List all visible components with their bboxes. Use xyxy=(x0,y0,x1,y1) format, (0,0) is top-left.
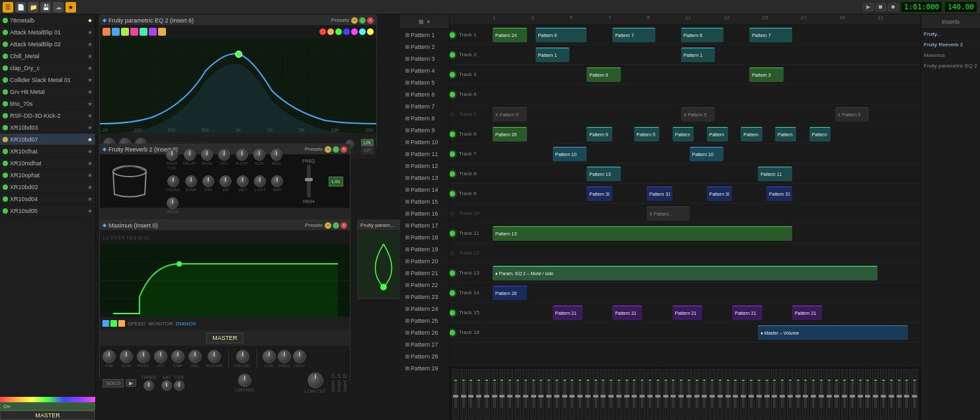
track-8-block-1[interactable]: Pattern 13 xyxy=(587,167,621,181)
mixer-channel-56[interactable] xyxy=(888,369,895,419)
channel-item-16[interactable]: XR10sd05★ xyxy=(0,205,95,217)
maximus-low-knob[interactable] xyxy=(263,350,276,363)
channel-item-2[interactable]: Attack MetalBlip 02★ xyxy=(0,38,95,50)
mixer-channel-1[interactable] xyxy=(460,369,467,419)
pattern-item-14[interactable]: Pattern 15 xyxy=(400,196,449,208)
channel-item-6[interactable]: Grv Hit Metal★ xyxy=(0,86,95,98)
mixer-fader-52[interactable] xyxy=(859,382,862,408)
toolbar-icon-star[interactable]: ★ xyxy=(65,2,76,13)
reverb-damp-knob[interactable] xyxy=(185,175,197,187)
mixer-channel-41[interactable] xyxy=(771,369,778,419)
track-1-block-1[interactable]: Pattern 24 xyxy=(493,28,527,42)
reverb-diff-knob[interactable] xyxy=(271,175,283,187)
channel-star-15[interactable]: ★ xyxy=(87,196,93,202)
channel-item-10[interactable]: XR10bd07★ xyxy=(0,134,95,146)
track-16-content[interactable]: ♦ Master – Volume xyxy=(493,323,920,342)
track-16-led[interactable] xyxy=(450,330,455,335)
mixer-channel-54[interactable] xyxy=(872,369,879,419)
mixer-channel-6[interactable] xyxy=(499,369,506,419)
pattern-item-6[interactable]: Pattern 7 xyxy=(400,101,449,112)
eq-band-6[interactable] xyxy=(149,28,157,36)
track-15-block-3[interactable]: Pattern 21 xyxy=(673,306,702,320)
maximus-lowcut-knob[interactable] xyxy=(307,372,323,388)
mixer-fader-9[interactable] xyxy=(524,382,527,408)
maximus-gain-knob[interactable] xyxy=(120,350,133,363)
mixer-fader-53[interactable] xyxy=(866,382,869,408)
mixer-channel-45[interactable] xyxy=(802,369,809,419)
channel-item-12[interactable]: XR10mdhat★ xyxy=(0,157,95,169)
pattern-item-16[interactable]: Pattern 17 xyxy=(400,220,449,231)
track-9-content[interactable]: Pattern 30 Pattern 31 Pattern 30 Pattern… xyxy=(493,184,920,203)
track-3-block-2[interactable]: Pattern 3 xyxy=(749,67,784,82)
reverb-freq-fader[interactable] xyxy=(307,165,311,198)
pattern-item-12[interactable]: Pattern 13 xyxy=(400,172,449,184)
track-1-block-2[interactable]: Pattern 6 xyxy=(536,28,587,42)
mixer-channel-26[interactable] xyxy=(655,369,661,419)
mixer-channel-50[interactable] xyxy=(841,369,848,419)
track-8-block-2[interactable]: Pattern 11 xyxy=(758,167,792,181)
mixer-fader-3[interactable] xyxy=(477,382,480,408)
eq-lin-btn[interactable]: LIN xyxy=(361,139,374,146)
mixer-fader-55[interactable] xyxy=(882,382,885,408)
eq-sip-btn[interactable]: SIP xyxy=(361,147,374,154)
mixer-channel-36[interactable] xyxy=(733,369,739,419)
mixer-channel-46[interactable] xyxy=(810,369,817,419)
mixer-channel-23[interactable] xyxy=(632,369,638,419)
mixer-fader-22[interactable] xyxy=(626,382,628,408)
mixer-channel-16[interactable] xyxy=(577,369,583,419)
pattern-item-10[interactable]: Pattern 11 xyxy=(400,148,449,160)
track-15-block-1[interactable]: Pattern 21 xyxy=(553,306,583,320)
mixer-channel-5[interactable] xyxy=(491,369,498,419)
channel-star-7[interactable]: ★ xyxy=(87,101,93,107)
maximus-band-mid[interactable] xyxy=(110,320,117,327)
track-14-block-1[interactable]: Pattern 28 xyxy=(493,286,527,300)
maximus-play-btn[interactable]: ▶ xyxy=(126,379,136,387)
track-3-block-1[interactable]: Pattern 9 xyxy=(587,67,621,82)
mixer-fader-54[interactable] xyxy=(874,382,877,408)
pattern-item-1[interactable]: Pattern 2 xyxy=(400,41,449,53)
mixer-fader-32[interactable] xyxy=(703,382,706,408)
channel-star-13[interactable]: ★ xyxy=(87,172,93,179)
eq-band-5[interactable] xyxy=(140,28,147,36)
pattern-item-9[interactable]: Pattern 10 xyxy=(400,136,449,148)
track-9-led[interactable] xyxy=(450,191,455,196)
channel-star-9[interactable]: ★ xyxy=(87,124,93,131)
reverb-mod-knob[interactable] xyxy=(270,149,282,161)
mixer-fader-8[interactable] xyxy=(516,382,519,408)
mixer-fader-26[interactable] xyxy=(657,382,659,408)
mixer-channel-11[interactable] xyxy=(538,369,544,419)
reverb-size-knob[interactable] xyxy=(253,149,265,161)
track-1-block-3[interactable]: Pattern 7 xyxy=(612,28,655,42)
mixer-fader-10[interactable] xyxy=(532,382,535,408)
channel-star-16[interactable]: ★ xyxy=(87,208,93,214)
channel-star-2[interactable]: ★ xyxy=(87,41,93,48)
reverb-lcut-knob[interactable] xyxy=(254,175,266,187)
mixer-channel-21[interactable] xyxy=(616,369,622,419)
track-7-block-1[interactable]: Pattern 10 xyxy=(553,147,587,161)
track-8-led[interactable] xyxy=(450,171,455,177)
mixer-channel-22[interactable] xyxy=(624,369,630,419)
maximus-band-low[interactable] xyxy=(102,320,109,327)
channel-star-12[interactable]: ★ xyxy=(87,160,93,167)
mixer-channel-27[interactable] xyxy=(663,369,669,419)
on-button[interactable]: On xyxy=(0,402,95,411)
mini-titlebar[interactable]: Fruity param... × xyxy=(358,220,400,231)
track-6-block-4[interactable]: Pattern 5 xyxy=(673,127,694,142)
track-13-led[interactable] xyxy=(450,271,455,276)
channel-star-11[interactable]: ★ xyxy=(87,148,93,155)
track-9-block-4[interactable]: Pattern 31 xyxy=(766,187,792,201)
mixer-channel-24[interactable] xyxy=(639,369,645,419)
pattern-item-11[interactable]: Pattern 12 xyxy=(400,160,449,172)
eq-band-4[interactable] xyxy=(130,28,138,36)
maximus-solo-btn[interactable]: SOLO xyxy=(102,379,124,388)
mixer-channel-18[interactable] xyxy=(592,369,599,419)
pattern-item-17[interactable]: Pattern 18 xyxy=(400,231,449,243)
pattern-item-5[interactable]: Pattern 6 xyxy=(400,89,449,101)
mixer-fader-29[interactable] xyxy=(680,382,682,408)
mixer-channel-30[interactable] xyxy=(686,369,692,419)
mixer-fader-46[interactable] xyxy=(812,382,815,408)
eq-maximize-btn[interactable]: □ xyxy=(359,17,366,24)
track-1-block-5[interactable]: Pattern 7 xyxy=(749,28,792,42)
pattern-list[interactable]: ⊞ × Pattern 1Pattern 2Pattern 3Pattern 4… xyxy=(400,15,450,420)
track-12-content[interactable] xyxy=(493,243,920,263)
